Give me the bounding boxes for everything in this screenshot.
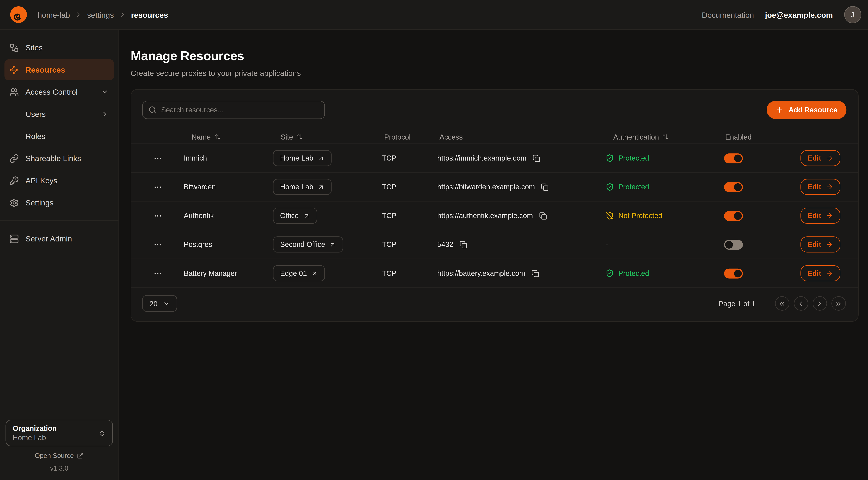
resource-protocol: TCP xyxy=(382,240,437,249)
copy-button[interactable] xyxy=(540,182,550,192)
resource-name: Authentik xyxy=(184,212,273,220)
resources-icon xyxy=(9,65,19,74)
site-name: Edge 01 xyxy=(280,269,307,277)
chevron-right-icon xyxy=(75,11,82,18)
sidebar-item-label: Settings xyxy=(26,198,54,207)
shield-check-icon xyxy=(606,154,614,162)
copy-button[interactable] xyxy=(530,268,540,278)
site-name: Office xyxy=(280,212,299,220)
main-content: Manage Resources Create secure proxies t… xyxy=(119,30,868,480)
sort-icon xyxy=(214,133,221,140)
row-menu-button[interactable] xyxy=(151,151,164,165)
shield-check-icon xyxy=(606,269,614,277)
app-version: v1.3.0 xyxy=(0,464,119,480)
chevrons-right-icon xyxy=(835,300,842,307)
site-name: Home Lab xyxy=(280,154,313,162)
sidebar-item-label: Resources xyxy=(26,65,65,74)
enabled-toggle[interactable] xyxy=(724,239,743,249)
arrow-up-right-icon xyxy=(311,270,318,276)
arrow-up-right-icon xyxy=(318,155,324,161)
card-toolbar: Add Resource xyxy=(131,90,858,119)
site-link-button[interactable]: Home Lab xyxy=(273,179,332,195)
sidebar-item-api-keys[interactable]: API Keys xyxy=(4,170,114,191)
enabled-toggle[interactable] xyxy=(724,211,743,221)
open-source-link[interactable]: Open Source xyxy=(0,452,119,459)
column-header-name[interactable]: Name xyxy=(184,133,273,141)
chevron-right-icon xyxy=(119,11,126,18)
column-header-protocol: Protocol xyxy=(382,133,437,141)
resource-access: https://bitwarden.example.com xyxy=(437,183,535,191)
copy-icon xyxy=(531,269,539,277)
last-page-button[interactable] xyxy=(831,296,846,311)
sidebar-item-resources[interactable]: Resources xyxy=(4,59,114,80)
sidebar-item-server-admin[interactable]: Server Admin xyxy=(4,228,114,249)
sidebar-item-sites[interactable]: Sites xyxy=(4,37,114,58)
add-resource-button[interactable]: Add Resource xyxy=(767,101,846,119)
gear-icon xyxy=(9,198,19,207)
copy-icon xyxy=(459,241,467,248)
toggle-knob xyxy=(734,183,742,191)
org-switcher-title: Organization xyxy=(13,424,57,432)
sort-icon xyxy=(662,133,669,140)
avatar[interactable]: J xyxy=(844,6,861,23)
table-row: Bitwarden Home Lab TCP https://bitwarden… xyxy=(131,173,858,202)
shield-check-icon xyxy=(606,183,614,191)
resource-access: https://authentik.example.com xyxy=(437,212,533,220)
topbar-right: Documentation joe@example.com J xyxy=(702,6,861,23)
arrow-right-icon xyxy=(826,270,833,277)
site-link-button[interactable]: Second Office xyxy=(273,236,343,252)
sidebar-item-settings[interactable]: Settings xyxy=(4,192,114,213)
pagination: Page 1 of 1 xyxy=(718,296,845,311)
auth-badge: Not Protected xyxy=(606,212,662,220)
sidebar-item-roles[interactable]: Roles xyxy=(4,126,114,147)
breadcrumb-org[interactable]: home-lab xyxy=(38,10,70,19)
site-link-button[interactable]: Office xyxy=(273,208,317,224)
ellipsis-icon xyxy=(153,182,162,191)
search-input[interactable] xyxy=(142,101,325,119)
row-menu-button[interactable] xyxy=(151,180,164,193)
resources-card: Add Resource Name Site Protocol Access A… xyxy=(131,89,859,322)
first-page-button[interactable] xyxy=(775,296,789,311)
enabled-toggle[interactable] xyxy=(724,153,743,163)
breadcrumb-settings[interactable]: settings xyxy=(87,10,114,19)
edit-label: Edit xyxy=(808,154,821,162)
site-link-button[interactable]: Home Lab xyxy=(273,150,332,166)
sidebar-item-access-control[interactable]: Access Control xyxy=(4,82,114,102)
arrow-right-icon xyxy=(826,183,833,190)
app-window: home-lab settings resources Documentatio… xyxy=(0,0,868,480)
auth-badge: Protected xyxy=(606,269,649,277)
page-size-select[interactable]: 20 xyxy=(142,295,177,312)
edit-button[interactable]: Edit xyxy=(801,236,840,252)
sidebar-item-shareable-links[interactable]: Shareable Links xyxy=(4,148,114,169)
copy-button[interactable] xyxy=(531,153,541,163)
row-menu-button[interactable] xyxy=(151,209,164,222)
sidebar-item-users[interactable]: Users xyxy=(4,103,114,124)
row-menu-button[interactable] xyxy=(151,267,164,280)
ellipsis-icon xyxy=(153,269,162,278)
sidebar-divider xyxy=(0,220,119,221)
documentation-link[interactable]: Documentation xyxy=(702,10,754,19)
edit-button[interactable]: Edit xyxy=(801,150,840,166)
edit-button[interactable]: Edit xyxy=(801,265,840,281)
org-switcher[interactable]: Organization Home Lab xyxy=(6,420,113,446)
column-header-authentication[interactable]: Authentication xyxy=(606,133,723,141)
auth-badge: - xyxy=(606,240,608,249)
resource-name: Immich xyxy=(184,154,273,162)
copy-button[interactable] xyxy=(538,211,548,221)
edit-button[interactable]: Edit xyxy=(801,208,840,224)
prev-page-button[interactable] xyxy=(794,296,808,311)
edit-button[interactable]: Edit xyxy=(801,179,840,195)
row-menu-button[interactable] xyxy=(151,238,164,251)
enabled-toggle[interactable] xyxy=(724,182,743,192)
toggle-knob xyxy=(734,269,742,277)
copy-button[interactable] xyxy=(458,239,468,249)
ellipsis-icon xyxy=(153,240,162,249)
site-link-button[interactable]: Edge 01 xyxy=(273,265,325,281)
next-page-button[interactable] xyxy=(812,296,827,311)
app-logo-icon[interactable] xyxy=(9,6,28,24)
resource-access: 5432 xyxy=(437,240,453,249)
user-email[interactable]: joe@example.com xyxy=(765,10,833,19)
column-header-site[interactable]: Site xyxy=(273,133,382,141)
resource-name: Postgres xyxy=(184,240,273,249)
enabled-toggle[interactable] xyxy=(724,268,743,278)
